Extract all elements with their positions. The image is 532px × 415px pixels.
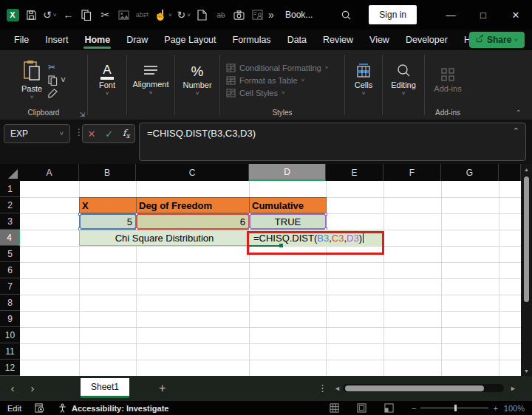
- translate-icon[interactable]: ab⇄: [135, 6, 149, 24]
- row-header-1[interactable]: 1: [0, 181, 20, 197]
- next-sheet-icon[interactable]: ›: [25, 382, 40, 394]
- select-all-corner[interactable]: [0, 164, 20, 181]
- page-layout-view-icon[interactable]: [357, 403, 366, 413]
- row-header-11[interactable]: 11: [0, 343, 20, 360]
- redo-icon[interactable]: ↻˅: [177, 6, 191, 24]
- conditional-formatting-button[interactable]: Conditional Formatting˅: [226, 64, 328, 72]
- maximize-button[interactable]: □: [467, 0, 499, 30]
- format-as-table-button[interactable]: Format as Table˅: [226, 76, 304, 85]
- tab-insert[interactable]: Insert: [37, 30, 76, 50]
- tab-home[interactable]: Home: [76, 30, 118, 50]
- touch-mode-icon[interactable]: ☝˅: [154, 6, 171, 24]
- horizontal-scrollbar[interactable]: [343, 384, 504, 392]
- new-file-icon[interactable]: [196, 6, 209, 24]
- zoom-slider-thumb[interactable]: [454, 405, 457, 411]
- excel-logo[interactable]: X: [6, 6, 19, 24]
- zoom-out-icon[interactable]: −: [412, 404, 416, 413]
- tab-file[interactable]: File: [6, 30, 37, 50]
- alignment-button[interactable]: Alignment ˅: [133, 64, 169, 96]
- tab-review[interactable]: Review: [315, 30, 361, 50]
- formula-input[interactable]: =CHISQ.DIST(B3,C3,D3) ⌃: [139, 123, 526, 161]
- hscroll-left-icon[interactable]: ◄: [334, 385, 341, 392]
- minimize-button[interactable]: —: [434, 0, 467, 30]
- column-header-A[interactable]: A: [20, 164, 79, 181]
- row-header-7[interactable]: 7: [0, 278, 20, 295]
- row-header-12[interactable]: 12: [0, 360, 20, 376]
- cell-D2[interactable]: Cumulative: [249, 197, 327, 213]
- undo-icon[interactable]: ↺˅: [43, 6, 56, 24]
- normal-view-icon[interactable]: [330, 403, 339, 413]
- clipboard-dialog-launcher-icon[interactable]: ⇲: [79, 111, 85, 118]
- tab-developer[interactable]: Developer: [398, 30, 456, 50]
- insert-function-icon[interactable]: fx: [123, 128, 130, 140]
- vertical-scrollbar[interactable]: ▲ ▼: [521, 164, 532, 376]
- scroll-down-icon[interactable]: ▼: [524, 366, 529, 376]
- add-sheet-icon[interactable]: +: [159, 382, 166, 395]
- zoom-level[interactable]: 100%: [504, 404, 525, 413]
- prev-sheet-icon[interactable]: ‹: [0, 382, 25, 394]
- cut-icon[interactable]: ✂: [98, 6, 112, 24]
- collapse-ribbon-icon[interactable]: ⌃: [516, 109, 522, 117]
- tab-formulas[interactable]: Formulas: [225, 30, 279, 50]
- scroll-up-icon[interactable]: ▲: [524, 164, 529, 174]
- cut-button[interactable]: ✂: [48, 62, 66, 72]
- cancel-icon[interactable]: ✕: [87, 128, 95, 140]
- close-button[interactable]: ✕: [499, 0, 532, 30]
- row-header-9[interactable]: 9: [0, 311, 20, 327]
- horizontal-scrollbar-thumb[interactable]: [345, 385, 484, 391]
- row-header-10[interactable]: 10: [0, 327, 20, 343]
- search-icon[interactable]: [339, 6, 352, 24]
- column-header-D[interactable]: D: [249, 164, 326, 181]
- cell-C2[interactable]: Deg of Freedom: [136, 197, 250, 213]
- font-button[interactable]: A Font ˅: [99, 64, 115, 97]
- camera-icon[interactable]: [233, 6, 246, 24]
- cells-button[interactable]: Cells ˅: [355, 64, 372, 97]
- row-header-5[interactable]: 5: [0, 246, 20, 262]
- format-painter-button[interactable]: [48, 89, 66, 98]
- column-header-C[interactable]: C: [136, 164, 249, 181]
- page-break-preview-icon[interactable]: [384, 403, 394, 413]
- picture-icon[interactable]: [117, 6, 130, 24]
- addins-button[interactable]: Add-ins: [434, 67, 461, 93]
- column-header-B[interactable]: B: [79, 164, 136, 181]
- zoom-slider[interactable]: − +: [412, 404, 498, 413]
- editing-button[interactable]: Editing ˅: [391, 64, 416, 97]
- paste-button[interactable]: Paste ˅: [21, 60, 42, 100]
- accessibility-icon[interactable]: [58, 403, 67, 413]
- tab-data[interactable]: Data: [279, 30, 315, 50]
- macro-record-icon[interactable]: [35, 403, 44, 413]
- save-icon[interactable]: [24, 6, 38, 24]
- tab-page-layout[interactable]: Page Layout: [156, 30, 224, 50]
- number-button[interactable]: % Number ˅: [183, 64, 211, 97]
- cell-B2[interactable]: X: [79, 197, 137, 213]
- column-header-F[interactable]: F: [383, 164, 441, 181]
- column-header-partial[interactable]: [499, 164, 521, 181]
- cell-styles-button[interactable]: Cell Styles˅: [226, 89, 285, 97]
- row-header-8[interactable]: 8: [0, 295, 20, 311]
- copy-icon[interactable]: [80, 6, 93, 24]
- collapse-formula-bar-icon[interactable]: ⌃: [513, 126, 519, 136]
- cell-B4-merged[interactable]: Chi Square Distribution: [79, 230, 250, 246]
- column-header-G[interactable]: G: [441, 164, 499, 181]
- tab-draw[interactable]: Draw: [118, 30, 156, 50]
- zoom-in-icon[interactable]: +: [493, 404, 497, 413]
- sheetbar-dots-icon[interactable]: ⋮: [318, 383, 327, 394]
- share-button[interactable]: Share ˅: [469, 32, 525, 48]
- row-header-3[interactable]: 3: [0, 213, 20, 230]
- row-header-6[interactable]: 6: [0, 262, 20, 278]
- hscroll-right-icon[interactable]: ►: [510, 385, 516, 392]
- sheet-tab-sheet1[interactable]: Sheet1: [81, 378, 129, 398]
- tab-view[interactable]: View: [361, 30, 398, 50]
- vertical-scrollbar-thumb[interactable]: [524, 176, 529, 302]
- accessibility-status[interactable]: Accessibility: Investigate: [72, 404, 168, 413]
- strikethrough-icon[interactable]: ab: [214, 6, 228, 24]
- row-header-2[interactable]: 2: [0, 197, 20, 213]
- sign-in-button[interactable]: Sign in: [369, 5, 417, 24]
- overflow-icon[interactable]: »: [265, 6, 278, 24]
- copy-button[interactable]: ˅: [48, 75, 66, 86]
- cell-D3[interactable]: TRUE: [249, 213, 327, 230]
- enter-icon[interactable]: ✓: [105, 128, 113, 140]
- people-icon[interactable]: [251, 6, 265, 24]
- cell-C3[interactable]: 6: [136, 213, 250, 230]
- name-box[interactable]: EXP ˅: [4, 124, 70, 143]
